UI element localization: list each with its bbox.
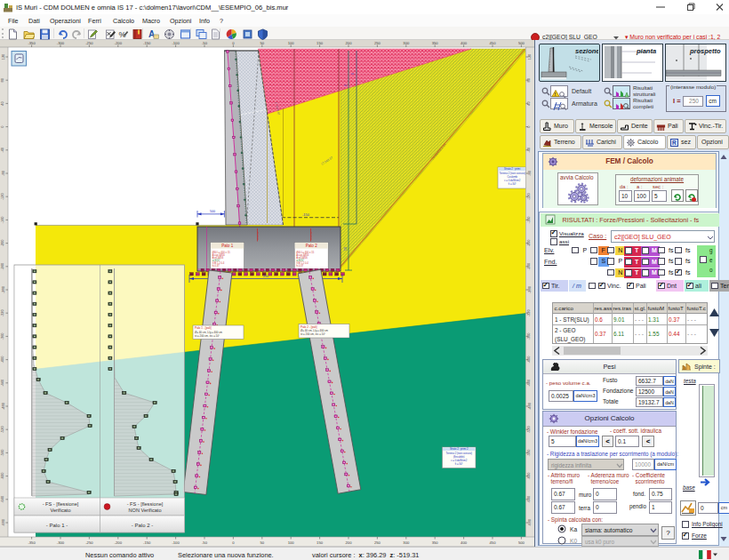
svg-text:Palo 2 - [pali]: Palo 2 - [pali] <box>300 325 317 329</box>
svg-text:ll: ll <box>344 84 348 86</box>
svg-text:-100: -100 <box>172 41 180 45</box>
svg-text:-120: -120 <box>1 192 5 200</box>
svg-text:-120: -120 <box>527 192 532 200</box>
svg-text:-440: -440 <box>527 379 532 387</box>
svg-text:-200: -200 <box>115 41 123 45</box>
svg-text:-80: -80 <box>527 170 532 176</box>
svg-text:80: 80 <box>1 77 5 82</box>
svg-text:-600: -600 <box>527 472 532 480</box>
svg-text:-400: -400 <box>1 356 5 364</box>
svg-text:-160: -160 <box>1 216 5 224</box>
svg-text:80: 80 <box>527 77 532 82</box>
svg-text:300: 300 <box>403 41 410 45</box>
svg-text:50: 50 <box>260 540 264 545</box>
svg-text:300: 300 <box>403 540 410 545</box>
svg-text:-200: -200 <box>527 239 532 247</box>
svg-text:-680: -680 <box>1 518 5 526</box>
svg-text:- FS - [flessione]: - FS - [flessione] <box>43 501 79 507</box>
svg-text:Verificato: Verificato <box>50 508 70 513</box>
svg-text:-240: -240 <box>1 262 5 270</box>
svg-text:-560: -560 <box>1 449 5 457</box>
svg-text:-280: -280 <box>527 285 532 293</box>
svg-text:-480: -480 <box>527 402 532 410</box>
svg-text:90.60.12: 90.60.12 <box>257 231 260 240</box>
svg-text:400: 400 <box>461 41 468 45</box>
svg-text:-150: -150 <box>143 540 151 545</box>
svg-text:ll: ll <box>351 73 355 75</box>
svg-text:250: 250 <box>374 41 381 45</box>
svg-text:-560: -560 <box>527 449 532 457</box>
svg-text:-280: -280 <box>1 285 5 293</box>
svg-text:fs 0.37: fs 0.37 <box>212 264 220 268</box>
svg-text:250: 250 <box>263 275 268 278</box>
svg-text:450: 450 <box>490 41 497 45</box>
svg-text:150: 150 <box>316 41 324 45</box>
svg-text:-240: -240 <box>527 262 532 270</box>
svg-text:-640: -640 <box>1 495 5 503</box>
svg-text:120: 120 <box>1 53 5 60</box>
svg-text:!: ! <box>555 92 557 97</box>
svg-text:Palo 1: Palo 1 <box>221 244 233 248</box>
svg-text:-350: -350 <box>28 41 36 45</box>
svg-text:-400: -400 <box>527 356 532 364</box>
svg-text:fi = 34°: fi = 34° <box>455 462 463 466</box>
svg-text:Palo 1 - [pali]: Palo 1 - [pali] <box>195 326 212 330</box>
svg-text:-440: -440 <box>1 379 5 387</box>
svg-text:450: 450 <box>490 540 497 545</box>
svg-text:500: 500 <box>518 540 525 545</box>
svg-text:Palo 2: Palo 2 <box>306 244 317 248</box>
svg-text:-350: -350 <box>28 540 36 545</box>
svg-text:-640: -640 <box>527 495 532 503</box>
svg-text:-520: -520 <box>527 425 532 433</box>
svg-text:500: 500 <box>210 210 215 213</box>
svg-text:90.60.12: 90.60.12 <box>310 231 313 240</box>
svg-text:250: 250 <box>374 540 381 545</box>
svg-text:-80: -80 <box>1 170 5 176</box>
svg-text:-150: -150 <box>143 41 151 45</box>
svg-text:pianta: pianta <box>636 47 656 55</box>
svg-text:-250: -250 <box>85 540 93 545</box>
svg-text:100: 100 <box>288 41 295 45</box>
svg-text:-300: -300 <box>57 540 65 545</box>
svg-text:50: 50 <box>260 41 264 45</box>
svg-text:prospetto: prospetto <box>689 47 721 55</box>
svg-text:sezione: sezione <box>575 47 598 55</box>
svg-text:-680: -680 <box>527 518 532 526</box>
svg-text:-250: -250 <box>85 41 93 45</box>
svg-text:-40: -40 <box>527 147 532 153</box>
svg-text:-100: -100 <box>172 540 180 545</box>
svg-text:- Palo 2 -: - Palo 2 - <box>132 523 153 528</box>
svg-text:st = 200 cm, inc = 10°: st = 200 cm, inc = 10° <box>195 334 220 338</box>
svg-text:40: 40 <box>1 100 5 105</box>
svg-text:200: 200 <box>346 540 353 545</box>
svg-text:150: 150 <box>316 540 324 545</box>
svg-text:-150: -150 <box>302 212 310 217</box>
svg-text:-50: -50 <box>202 41 208 45</box>
svg-text:-50: -50 <box>202 540 208 545</box>
svg-text:200: 200 <box>346 41 353 45</box>
svg-text:fs 0.37: fs 0.37 <box>296 264 304 268</box>
svg-text:50: 50 <box>344 247 348 251</box>
svg-text:-300: -300 <box>57 41 65 45</box>
svg-text:- FS - [flessione]: - FS - [flessione] <box>127 501 164 507</box>
svg-text:-360: -360 <box>1 332 5 340</box>
svg-text:NON Verificato: NON Verificato <box>129 508 162 513</box>
svg-text:500: 500 <box>518 41 525 45</box>
svg-text:350: 350 <box>432 540 439 545</box>
svg-text:-160: -160 <box>527 216 532 224</box>
svg-text:-320: -320 <box>1 308 5 316</box>
svg-text:400: 400 <box>461 540 468 545</box>
svg-text:-520: -520 <box>1 425 5 433</box>
svg-text:350: 350 <box>432 41 439 45</box>
svg-text:R: R <box>672 140 677 146</box>
svg-text:40: 40 <box>527 100 532 105</box>
svg-text:-200: -200 <box>1 239 5 247</box>
svg-text:-480: -480 <box>1 402 5 410</box>
svg-text:120: 120 <box>527 53 532 60</box>
svg-text:-600: -600 <box>1 472 5 480</box>
svg-text:-320: -320 <box>527 308 532 316</box>
svg-text:- Palo 1 -: - Palo 1 - <box>46 523 68 528</box>
svg-text:fi = 34°: fi = 34° <box>509 182 517 186</box>
svg-text:-360: -360 <box>527 332 532 340</box>
svg-text:-40: -40 <box>1 147 5 153</box>
